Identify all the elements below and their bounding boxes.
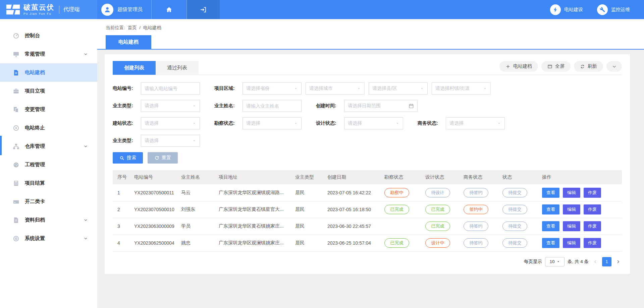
placeholder: 请选择日期范围 — [348, 103, 381, 109]
caret-down-icon — [497, 121, 501, 125]
top-header: 破茧云伏 Po Jian Yun Fu 代理端 超级管理员 电站建设监控运维 — [0, 0, 644, 19]
pagination: 每页显示 10 条, 共 4 条 1 — [113, 257, 622, 266]
filter-select-district[interactable]: 请选择县/区 — [369, 82, 428, 95]
filter-row: 业主类型:请选择 — [113, 135, 622, 147]
row-view-button[interactable]: 查看 — [542, 221, 559, 231]
search-button[interactable]: 搜索 — [113, 152, 143, 164]
row-void-button[interactable]: 作废 — [584, 204, 601, 214]
filter-select-province[interactable]: 请选择省份 — [243, 82, 302, 95]
status-badge: 已完成 — [425, 205, 450, 214]
column-header: 勘察状态 — [381, 170, 422, 184]
sidebar-item-project-setup[interactable]: 项目立项 — [0, 82, 97, 100]
sidebar-item-warehouse-mgmt[interactable]: 仓库管理 — [0, 137, 97, 156]
column-header: 创建日期 — [324, 170, 381, 184]
sidebar-item-system-settings[interactable]: 系统设置 — [0, 229, 97, 248]
filter-actions: 搜索 重置 — [113, 152, 622, 164]
row-view-button[interactable]: 查看 — [542, 238, 559, 248]
sidebar-item-label: 控制台 — [25, 33, 40, 39]
sidebar-item-console[interactable]: 控制台 — [0, 26, 97, 45]
row-view-button[interactable]: 查看 — [542, 204, 559, 214]
toolbar-refresh-button[interactable]: 刷新 — [574, 61, 603, 72]
caret-down-icon — [294, 121, 298, 125]
prev-page-button[interactable] — [592, 257, 599, 266]
status-badge: 待签约 — [464, 222, 488, 231]
placeholder: 请选择城市 — [309, 85, 333, 91]
home-icon — [165, 6, 173, 13]
row-edit-button[interactable]: 编辑 — [563, 204, 580, 214]
sidebar-item-change-mgmt[interactable]: 变更管理 — [0, 100, 97, 119]
home-button[interactable] — [152, 0, 186, 19]
filter-input-station-no[interactable] — [141, 82, 200, 95]
row-void-button[interactable]: 作废 — [584, 188, 601, 198]
owner-type-cell: 居民 — [292, 201, 324, 218]
row-edit-button[interactable]: 编辑 — [563, 238, 580, 248]
filter-input-owner-name[interactable] — [243, 100, 302, 112]
filter-select-owner-type-2[interactable]: 请选择 — [141, 135, 200, 147]
breadcrumb-separator: / — [139, 25, 141, 30]
chevron-down-icon — [84, 144, 88, 148]
filter-select-owner-type[interactable]: 请选择 — [141, 100, 200, 112]
content: 创建列表通过列表电站建档全屏刷新 电站编号:项目区域:请选择省份请选择城市请选择… — [97, 50, 644, 282]
portal-label: 代理端 — [63, 6, 79, 13]
filter-station-no: 电站编号: — [113, 82, 214, 95]
filter-select-build-status[interactable]: 请选择 — [141, 117, 200, 129]
row-edit-button[interactable]: 编辑 — [563, 221, 580, 231]
filter-select-business-status[interactable]: 请选择 — [446, 117, 505, 129]
tab-create-list[interactable]: 创建列表 — [113, 61, 156, 75]
filter-date-create-time[interactable]: 请选择日期范围 — [344, 100, 418, 112]
created-at-cell: 2023-07-05 16:42:22 — [324, 184, 381, 201]
reset-button[interactable]: 重置 — [148, 152, 178, 164]
filter-create-time: 创建时间:请选择日期范围 — [316, 100, 418, 112]
table-header-row: 序号电站编号业主姓名项目地址业主类型创建日期勘察状态设计状态商务状态状态操作 — [113, 170, 622, 184]
sidebar: 控制台常规管理电站建档项目立项变更管理电站终止仓库管理工程管理项目结算开二类卡资… — [0, 19, 97, 308]
logo-text: 破茧云伏 Po Jian Yun Fu — [23, 4, 54, 15]
page-1-button[interactable]: 1 — [602, 257, 611, 266]
logout-button[interactable] — [187, 0, 220, 19]
user-menu[interactable]: 超级管理员 — [97, 0, 151, 19]
sidebar-item-station-archive[interactable]: 电站建档 — [0, 63, 97, 82]
sidebar-item-engineering-mgmt[interactable]: 工程管理 — [0, 156, 97, 174]
breadcrumb-home[interactable]: 首页 — [128, 25, 137, 30]
status-cell: 已完成 — [381, 235, 422, 251]
calculator-icon — [13, 180, 19, 187]
nav-station-build[interactable]: 电站建设 — [550, 4, 583, 15]
sidebar-item-data-archive[interactable]: 资料归档 — [0, 211, 97, 229]
row-edit-button[interactable]: 编辑 — [563, 188, 580, 198]
sidebar-item-general-mgmt[interactable]: 常规管理 — [0, 45, 97, 63]
row-view-button[interactable]: 查看 — [542, 188, 559, 198]
filter-select-survey-status[interactable]: 请选择 — [243, 117, 302, 129]
avatar — [101, 4, 113, 16]
owner-name-cell: 学员 — [178, 218, 215, 235]
nav-monitor-ops[interactable]: 监控运维 — [597, 4, 630, 15]
per-page-select[interactable]: 10 — [545, 257, 565, 266]
status-badge: 待签约 — [464, 238, 488, 248]
toolbar-fullscreen-button[interactable]: 全屏 — [541, 61, 571, 72]
caret-down-icon — [192, 139, 196, 143]
placeholder: 请选择 — [348, 120, 362, 126]
page-tab[interactable]: 电站建档 — [106, 35, 151, 49]
row-void-button[interactable]: 作废 — [584, 238, 601, 248]
row-void-button[interactable]: 作废 — [584, 221, 601, 231]
next-page-button[interactable] — [614, 257, 622, 266]
reset-label: 重置 — [162, 155, 171, 161]
column-header: 项目地址 — [215, 170, 292, 184]
filter-select-town[interactable]: 请选择村镇/街道 — [432, 82, 491, 95]
filter-select-design-status[interactable]: 请选择 — [344, 117, 403, 129]
logo[interactable]: 破茧云伏 Po Jian Yun Fu 代理端 — [0, 0, 97, 19]
status-badge: 签约中 — [464, 205, 488, 214]
sidebar-item-second-class-card[interactable]: 开二类卡 — [0, 192, 97, 211]
tab-pass-list[interactable]: 通过列表 — [156, 61, 199, 75]
sidebar-item-label: 项目立项 — [25, 88, 45, 94]
toolbar-add-station-button[interactable]: 电站建档 — [499, 61, 538, 72]
table-row: 4YX2023062500004姚忠广东深圳龙华区观澜镇姚家庄...居民2023… — [113, 235, 622, 251]
filter-select-city[interactable]: 请选择城市 — [306, 82, 365, 95]
toolbar-collapse-button[interactable] — [606, 61, 622, 72]
sidebar-scroll-indicator[interactable] — [0, 136, 2, 155]
sidebar-item-project-settlement[interactable]: 项目结算 — [0, 174, 97, 192]
owner-name-cell: 马云 — [178, 184, 215, 201]
sidebar-item-label: 工程管理 — [25, 162, 45, 168]
user-name: 超级管理员 — [117, 6, 143, 13]
sidebar-item-station-terminate[interactable]: 电站终止 — [0, 119, 97, 137]
station-no-cell: YX2023070500010 — [131, 201, 178, 218]
breadcrumb-prefix: 当前位置: — [106, 25, 125, 30]
